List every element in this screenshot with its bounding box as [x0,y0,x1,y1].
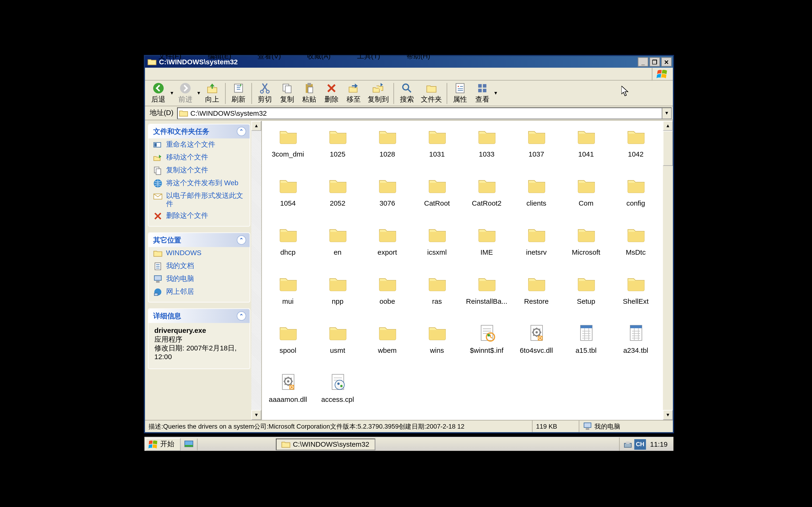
cut-button[interactable]: 剪切 [254,81,276,105]
folder-icon [378,177,397,196]
search-button[interactable]: 搜索 [396,81,418,105]
file-item[interactable]: 1028 [362,125,412,175]
file-item[interactable]: en [313,224,362,273]
ime-indicator[interactable]: CH [635,439,646,449]
details-header[interactable]: 详细信息⌃ [149,309,250,323]
back-button[interactable]: 后退 [147,81,170,105]
file-item[interactable]: 1033 [462,125,511,175]
file-item[interactable]: a234.tbl [611,322,660,371]
file-item[interactable]: aaaamon.dll [263,371,313,420]
maximize-button[interactable]: ❐ [649,57,660,67]
close-button[interactable]: ✕ [661,57,672,67]
file-item[interactable]: Microsoft [561,224,611,273]
task-rename[interactable]: 重命名这个文件 [149,138,250,151]
views-dropdown[interactable]: ▼ [493,81,498,105]
scroll-down-button[interactable]: ▼ [663,410,673,420]
moveto-button[interactable]: 移至 [343,81,365,105]
file-item[interactable]: CatRoot [412,175,462,224]
file-item[interactable]: usmt [313,322,362,371]
scroll-thumb[interactable] [663,131,673,166]
properties-button[interactable]: 属性 [449,81,471,105]
places-header[interactable]: 其它位置⌃ [149,233,250,247]
file-item[interactable]: export [362,224,412,273]
start-button[interactable]: 开始 [146,438,181,451]
content-scrollbar[interactable]: ▲ ▼ [663,121,673,420]
file-item[interactable]: npp [313,273,362,322]
file-item[interactable]: Restore [511,273,561,322]
svg-rect-50 [586,428,589,430]
delete-button[interactable]: 删除 [320,81,343,105]
folder-icon [527,226,546,245]
views-button[interactable]: 查看 [471,81,493,105]
sidepanel-scrollbar[interactable]: ▲ ▼ [251,121,261,420]
file-item[interactable]: 1041 [561,125,611,175]
file-item[interactable]: dhcp [263,224,313,273]
file-item[interactable]: 1025 [313,125,362,175]
file-item[interactable]: oobe [362,273,412,322]
task-publish[interactable]: 将这个文件发布到 Web [149,177,250,190]
copyto-button[interactable]: 复制到 [365,81,392,105]
scroll-up-button[interactable]: ▲ [663,121,673,131]
file-item[interactable]: 1054 [263,175,313,224]
refresh-button[interactable]: 刷新 [227,81,250,105]
taskbar-app-explorer[interactable]: C:\WINDOWS\system32 [276,438,375,450]
forward-dropdown[interactable]: ▼ [196,81,201,105]
file-item[interactable]: ras [412,273,462,322]
up-button[interactable]: 向上 [201,81,223,105]
file-item[interactable]: icsxml [412,224,462,273]
file-icon [278,373,297,392]
window-body: 文件和文件夹任务⌃ 重命名这个文件 移动这个文件 复制这个文件 将这个文件发布到… [145,121,673,420]
file-item[interactable]: ShellExt [611,273,660,322]
task-delete[interactable]: 删除这个文件 [149,210,250,223]
place-windows[interactable]: WINDOWS [149,247,250,260]
file-item[interactable]: 6to4svc.dll [511,322,561,371]
clock[interactable]: 11:19 [647,440,671,448]
quicklaunch-desktop[interactable] [182,438,195,450]
scroll-down-button[interactable]: ▼ [251,410,261,420]
file-item[interactable]: 2052 [313,175,362,224]
tasks-header[interactable]: 文件和文件夹任务⌃ [149,124,250,138]
address-field[interactable]: C:\WINDOWS\system32 ▼ [177,107,672,119]
file-item[interactable]: $winnt$.inf [462,322,511,371]
address-dropdown[interactable]: ▼ [662,108,671,118]
file-item[interactable]: mui [263,273,313,322]
file-item[interactable]: access.cpl [313,371,362,420]
file-item[interactable]: wins [412,322,462,371]
file-grid[interactable]: 3com_dmi10251028103110331037104110421054… [262,121,663,420]
task-move[interactable]: 移动这个文件 [149,151,250,164]
file-item[interactable]: Com [561,175,611,224]
folders-button[interactable]: 文件夹 [418,81,445,105]
file-item[interactable]: Setup [561,273,611,322]
place-network[interactable]: 网上邻居 [149,286,250,298]
file-item[interactable]: spool [263,322,313,371]
paste-button[interactable]: 粘贴 [298,81,320,105]
tray-icon-1[interactable] [623,439,633,449]
folder-icon [427,275,446,294]
file-name: mui [281,297,295,305]
minimize-button[interactable]: _ [638,57,649,67]
file-item[interactable]: IME [462,224,511,273]
scroll-up-button[interactable]: ▲ [251,121,261,131]
file-item[interactable]: 1042 [611,125,660,175]
file-item[interactable]: 1037 [511,125,561,175]
task-email[interactable]: 以电子邮件形式发送此文件 [149,190,250,210]
task-copy[interactable]: 复制这个文件 [149,164,250,177]
file-item[interactable]: 3076 [362,175,412,224]
file-item[interactable]: CatRoot2 [462,175,511,224]
scroll-track[interactable] [251,131,261,410]
file-item[interactable]: ReinstallBa... [462,273,511,322]
file-item[interactable]: a15.tbl [561,322,611,371]
file-item[interactable]: wbem [362,322,412,371]
file-item[interactable]: 1031 [412,125,462,175]
file-item[interactable]: inetsrv [511,224,561,273]
place-computer[interactable]: 我的电脑 [149,273,250,286]
file-item[interactable]: 3com_dmi [263,125,313,175]
place-documents[interactable]: 我的文档 [149,260,250,273]
back-dropdown[interactable]: ▼ [170,81,174,105]
file-item[interactable]: clients [511,175,561,224]
folder-icon [153,249,163,258]
file-name: 1028 [378,150,396,158]
file-item[interactable]: config [611,175,660,224]
file-item[interactable]: MsDtc [611,224,660,273]
copy-button[interactable]: 复制 [276,81,298,105]
